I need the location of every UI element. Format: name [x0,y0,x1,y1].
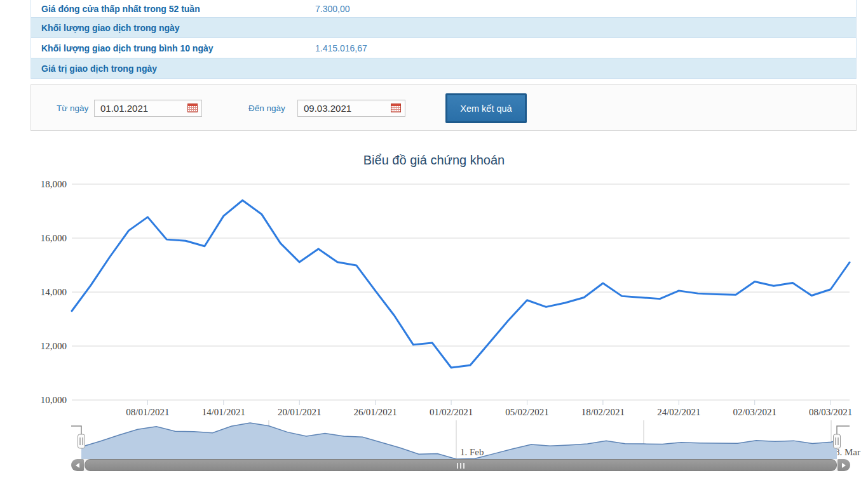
row-label: Khối lượng giao dịch trung bình 10 ngày [41,38,214,58]
x-axis-label: 08/01/2021 [126,407,169,417]
scrollbar-right-arrow[interactable] [837,459,850,471]
chart-scrollbar[interactable] [71,459,850,471]
navigator-outline [837,426,850,434]
from-date-label: Từ ngày [57,85,88,131]
table-row: Khối lượng giao dịch trong ngày [31,18,856,38]
row-label: Giá đóng cửa thấp nhất trong 52 tuần [41,0,200,17]
left-arrow-icon [73,463,79,468]
x-axis-label: 18/02/2021 [581,407,625,417]
navigator-label: 18. Jan [273,447,300,457]
x-axis-label: 20/01/2021 [278,407,321,417]
navigator-label: 8. Mar [835,447,860,457]
chart-title: Biểu đồ giá chứng khoán [0,153,868,168]
calendar-icon[interactable] [391,103,401,112]
view-results-button[interactable]: Xem kết quả [445,93,527,123]
row-label: Giá trị giao dịch trong ngày [41,58,157,78]
y-axis-label: 16,000 [41,233,67,243]
navigator-line [81,423,837,459]
navigator-label: 1. Feb [460,447,484,457]
x-axis-label: 01/02/2021 [430,407,473,417]
calendar-icon[interactable] [187,103,198,112]
row-label: Khối lượng giao dịch trong ngày [41,18,180,37]
scrollbar-thumb[interactable] [85,459,837,471]
scrollbar-grip-icon [457,463,465,469]
x-axis-label: 24/02/2021 [657,407,700,417]
x-axis-label: 14/01/2021 [202,407,245,417]
stock-quote-page: Giá đóng cửa thấp nhất trong 52 tuần 7.3… [0,0,868,487]
y-axis-label: 10,000 [41,395,67,405]
date-filter-panel: Từ ngày Đến ngày Xem kết quả [31,84,857,131]
x-axis-label: 08/03/2021 [809,407,852,417]
x-axis-label: 26/01/2021 [353,407,397,417]
navigator-label: 22. Feb [648,447,676,457]
to-date-label: Đến ngày [248,85,285,131]
to-date-field [297,100,405,117]
navigator-area [81,423,837,459]
y-axis-label: 12,000 [41,341,67,351]
y-axis-label: 14,000 [41,287,67,297]
table-row: Giá đóng cửa thấp nhất trong 52 tuần 7.3… [31,0,856,18]
navigator-outline [71,426,81,434]
navigator-handle-right[interactable] [834,434,841,448]
y-axis-label: 18,000 [41,179,67,189]
table-row: Giá trị giao dịch trong ngày [31,58,856,79]
price-line [72,201,850,368]
row-value: 1.415.016,67 [315,38,367,58]
x-axis-label: 05/02/2021 [505,407,548,417]
table-row: Khối lượng giao dịch trung bình 10 ngày … [31,38,856,58]
from-date-field [94,100,202,117]
row-value: 7.300,00 [315,0,350,17]
from-date-input[interactable] [94,100,202,117]
to-date-input[interactable] [297,100,405,117]
navigator-handle-left[interactable] [78,434,85,448]
stock-info-table: Giá đóng cửa thấp nhất trong 52 tuần 7.3… [31,0,857,79]
x-axis-label: 02/03/2021 [733,407,776,417]
right-arrow-icon [842,463,848,468]
scrollbar-left-arrow[interactable] [71,459,84,471]
